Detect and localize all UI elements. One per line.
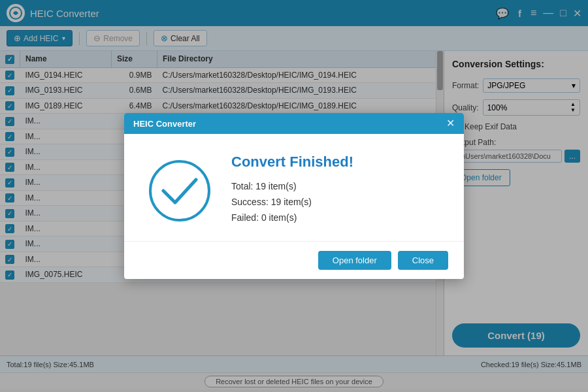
- modal-footer: Open folder Close: [124, 241, 464, 279]
- modal-title: HEIC Converter: [133, 119, 196, 129]
- modal-close-btn[interactable]: Close: [398, 251, 448, 270]
- modal-content: Convert Finished! Total: 19 item(s) Succ…: [231, 154, 444, 228]
- success-icon: [144, 155, 216, 227]
- modal-total: Total: 19 item(s): [231, 181, 444, 191]
- modal-header: HEIC Converter ✕: [124, 113, 464, 134]
- modal-overlay: HEIC Converter ✕ Convert Finished! Total…: [0, 0, 588, 392]
- modal-close-button[interactable]: ✕: [446, 118, 455, 129]
- svg-point-1: [150, 161, 209, 220]
- modal-failed: Failed: 0 item(s): [231, 212, 444, 223]
- modal-open-folder-button[interactable]: Open folder: [318, 251, 391, 270]
- modal-dialog: HEIC Converter ✕ Convert Finished! Total…: [124, 113, 464, 279]
- modal-body: Convert Finished! Total: 19 item(s) Succ…: [124, 134, 464, 241]
- modal-heading: Convert Finished!: [231, 154, 444, 171]
- modal-success: Success: 19 item(s): [231, 197, 444, 207]
